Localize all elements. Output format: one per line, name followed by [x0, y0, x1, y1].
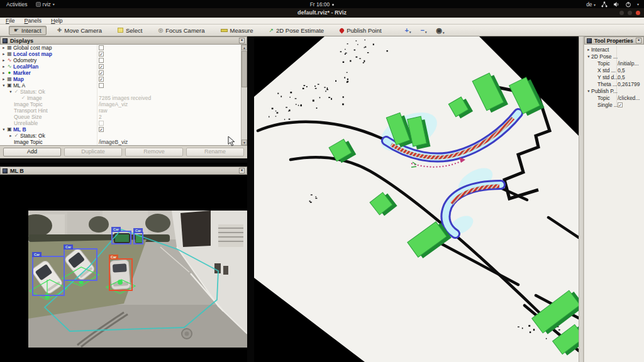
remove-tool-button[interactable]: −▾	[419, 26, 429, 34]
checkbox[interactable]: ✓	[99, 70, 104, 75]
checkbox[interactable]: ✓	[99, 52, 104, 57]
scrollbar-thumb[interactable]	[242, 51, 247, 87]
display-row-localplan[interactable]: ▸∿LocalPlan✓	[0, 63, 247, 70]
property-value[interactable]: 0,5	[618, 74, 625, 80]
scroll-down-icon[interactable]: ▼	[242, 140, 247, 145]
checkbox[interactable]	[99, 121, 104, 126]
checkbox[interactable]	[99, 58, 104, 63]
network-icon[interactable]	[601, 1, 608, 8]
power-icon[interactable]	[625, 1, 631, 8]
tool-prop-row-2d-pose-[interactable]: ▾2D Pose ...	[584, 53, 644, 60]
expander-icon[interactable]: ▸	[1, 45, 6, 50]
property-value[interactable]: raw	[99, 107, 108, 114]
tool-measure[interactable]: Measure	[216, 26, 258, 35]
checkbox[interactable]: ✓	[99, 77, 104, 82]
expander-icon[interactable]: ▸	[1, 52, 6, 57]
tool-prop-row-single-[interactable]: Single ...✓	[584, 101, 644, 108]
close-icon[interactable]: ✕	[239, 38, 245, 43]
panel-splitter[interactable]	[247, 36, 254, 362]
display-row-ml-a[interactable]: ▾▣ML A	[0, 82, 247, 89]
display-row-unreliable[interactable]: Unreliable	[0, 120, 247, 126]
checkbox[interactable]: ✓	[99, 64, 104, 69]
window-title-bar[interactable]: default.rviz* - RViz	[0, 8, 644, 18]
close-button[interactable]	[636, 11, 640, 15]
checkbox[interactable]	[99, 83, 104, 88]
tool-2d-pose-estimate[interactable]: ↗2D Pose Estimate	[264, 26, 330, 35]
panel-splitter[interactable]	[579, 36, 584, 362]
tool-properties-header[interactable]: Tool Properties ✕	[584, 36, 644, 45]
display-row-local-cost-map[interactable]: ▸▦Local cost map✓	[0, 51, 247, 57]
expander-icon[interactable]: ▾	[1, 83, 6, 88]
clock[interactable]: Fr 16:00	[310, 1, 330, 8]
tool-interact[interactable]: ☛Interact	[9, 26, 47, 35]
expander-icon[interactable]: ▸	[1, 58, 6, 63]
chevron-down-icon[interactable]: ▾	[637, 2, 639, 6]
display-row-image[interactable]: ✓Image7285 images received	[0, 95, 247, 101]
checkbox[interactable]: ✓	[99, 127, 104, 132]
3d-viewport[interactable]	[254, 36, 579, 362]
tool-prop-row-publish-p-[interactable]: ▾Publish P...	[584, 87, 644, 94]
expander-icon[interactable]: ▸	[586, 47, 591, 52]
expander-icon[interactable]: ▸	[1, 70, 6, 75]
minimize-button[interactable]	[619, 11, 624, 15]
mlb-panel-header[interactable]: ML B ✕	[0, 167, 247, 175]
display-row-transport-hint[interactable]: Transport Hintraw	[0, 107, 247, 114]
tool-label: Select	[126, 27, 142, 34]
tool-prop-row-topic[interactable]: Topic/initialp...	[584, 60, 644, 67]
expander-icon[interactable]: ▾	[8, 89, 13, 94]
keyboard-layout-indicator[interactable]: de ▾	[586, 1, 596, 8]
menu-panels[interactable]: Panels	[25, 18, 42, 24]
tool-prop-row-x-std-[interactable]: X std ...0,5	[584, 67, 644, 74]
app-menu[interactable]: rviz ▾	[36, 1, 55, 8]
property-value[interactable]: 7285 images received	[99, 95, 151, 101]
displays-scrollbar[interactable]: ▲ ▼	[241, 45, 247, 145]
add-button[interactable]: Add	[3, 148, 61, 156]
activities-button[interactable]: Activities	[6, 1, 28, 8]
tool-options-button[interactable]: ◉▾	[434, 26, 446, 35]
tool-prop-row-interact[interactable]: ▸Interact	[584, 46, 644, 53]
display-row-global-cost-map[interactable]: ▸▦Global cost map	[0, 45, 247, 51]
tool-move-camera[interactable]: ✚Move Camera	[52, 26, 107, 35]
display-row-ml-b[interactable]: ▾▣ML B✓	[0, 126, 247, 133]
checkbox[interactable]	[99, 45, 104, 50]
display-row-status-ok[interactable]: ▸✓Status: Ok	[0, 133, 247, 139]
checkbox[interactable]: ✓	[618, 102, 623, 107]
tool-prop-row-topic[interactable]: Topic/clicked...	[584, 94, 644, 101]
rviz-screen: Activities rviz ▾ Fr 16:00 de ▾	[0, 0, 644, 362]
display-row-odometry[interactable]: ▸∿Odometry	[0, 57, 247, 63]
expander-icon[interactable]: ▸	[1, 64, 6, 69]
menu-file[interactable]: File	[6, 18, 15, 24]
volume-icon[interactable]	[613, 1, 619, 8]
property-value[interactable]: /imageB_viz	[99, 139, 128, 145]
scroll-up-icon[interactable]: ▲	[242, 45, 247, 50]
display-row-marker[interactable]: ▸●Marker✓	[0, 70, 247, 76]
tool-prop-row-y-std-d-[interactable]: Y std d...0,5	[584, 74, 644, 80]
property-value[interactable]: /clicked...	[618, 94, 640, 101]
tool-publish-point[interactable]: Publish Point	[335, 26, 386, 35]
expander-icon[interactable]: ▾	[1, 127, 6, 132]
expander-icon[interactable]: ▸	[8, 133, 13, 138]
close-icon[interactable]: ✕	[636, 38, 641, 43]
add-tool-button[interactable]: +▾	[403, 26, 413, 34]
display-row-image-topic[interactable]: Image Topic/imageA_viz	[0, 101, 247, 107]
display-row-queue-size[interactable]: Queue Size2	[0, 114, 247, 120]
property-value[interactable]: 2	[99, 114, 102, 120]
property-value[interactable]: /imageA_viz	[99, 101, 128, 107]
expander-icon[interactable]: ▾	[586, 89, 591, 94]
property-value[interactable]: ✓	[618, 101, 623, 108]
display-row-map[interactable]: ▸▦Map✓	[0, 76, 247, 82]
tool-prop-row-theta-[interactable]: Theta ...0,261799	[584, 80, 644, 87]
display-row-image-topic[interactable]: Image Topic/imageB_viz	[0, 139, 247, 145]
property-value[interactable]: 0,261799	[618, 80, 640, 87]
close-icon[interactable]: ✕	[239, 168, 245, 173]
menu-help[interactable]: Help	[51, 18, 63, 24]
maximize-button[interactable]	[628, 11, 632, 15]
tool-select[interactable]: Select	[113, 26, 147, 35]
expander-icon[interactable]: ▸	[1, 77, 6, 82]
property-value[interactable]: 0,5	[618, 67, 625, 74]
property-value[interactable]: /initialp...	[618, 60, 639, 67]
display-row-status-ok[interactable]: ▾✓Status: Ok	[0, 89, 247, 95]
displays-panel-header[interactable]: Displays ✕	[0, 36, 247, 45]
tool-focus-camera[interactable]: ◎Focus Camera	[153, 26, 209, 35]
expander-icon[interactable]: ▾	[586, 54, 591, 59]
